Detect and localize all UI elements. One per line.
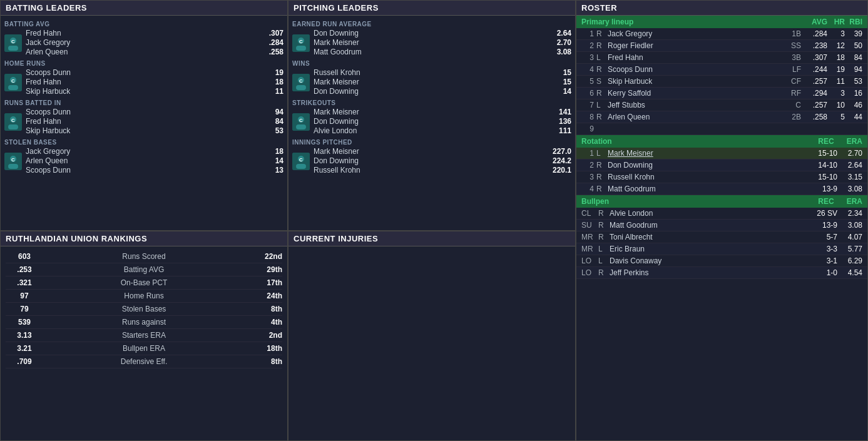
list-item: Fred Hahn18 [26,78,283,87]
ranking-row: 3.21Bullpen ERA18th [6,342,282,355]
player-pos: LF [781,65,801,74]
player-name: Don Downing [314,29,359,38]
leader-entries: Scoops Dunn94Fred Hahn84Skip Harbuck53 [26,108,283,136]
svg-rect-26 [296,124,306,129]
ranking-value: 3.13 [6,331,43,340]
player-hand: R [596,89,608,98]
player-num: 9 [581,124,594,133]
stat-value: 2.70 [546,38,571,47]
stat-value: 18 [258,147,283,156]
table-row: MR R Toni Albrecht 5-7 4.07 [576,231,867,243]
rotation-table: 1 L Mark Meisner 15-10 2.70 2 R Don Down… [576,148,867,195]
pitcher-era: 2.70 [837,149,862,158]
pitching-category: EARNED RUN AVERAGECDon Downing2.64Mark M… [292,21,571,58]
player-name: Jack Gregory [26,38,70,47]
stat-value: 11 [258,87,283,96]
pitching-category: INNINGS PITCHEDCMark Meisner227.0Don Dow… [292,139,571,176]
stat-value: 136 [546,117,571,126]
player-name: Arlen Queen [26,156,68,165]
table-row: 3 L Fred Hahn 3B .307 18 84 [576,52,867,64]
leader-row: CScoops Dunn19Fred Hahn18Skip Harbuck11 [4,68,283,97]
ranking-rank: 22nd [245,252,282,261]
player-hr: 19 [827,65,845,74]
player-avg: .238 [801,41,827,50]
ranking-value: 539 [6,318,43,327]
table-row: 9 [576,123,867,135]
table-row: SU R Matt Goodrum 13-9 3.08 [576,220,867,231]
stat-value: 84 [258,117,283,126]
player-pos: 1B [781,29,801,38]
left-panel: BATTING LEADERS BATTING AVGCFred Hahn.30… [0,0,288,441]
svg-rect-22 [296,85,306,90]
player-avatar: C [4,113,22,131]
player-name: Scoops Dunn [26,108,71,116]
category-label: STRIKEOUTS [292,99,571,106]
svg-rect-14 [8,164,18,169]
bullpen-hand: L [598,256,610,265]
player-hr: 18 [827,53,845,62]
primary-lineup-label: Primary lineup [581,18,633,26]
player-pos: SS [781,41,801,50]
stat-value: 19 [258,68,283,77]
player-name: Don Downing [314,117,359,126]
category-label: EARNED RUN AVERAGE [292,21,571,28]
player-pos: CF [781,77,801,86]
col-avg: AVG [804,18,827,26]
batting-category: HOME RUNSCScoops Dunn19Fred Hahn18Skip H… [4,60,283,97]
player-hand: L [596,101,608,109]
leader-entries: Mark Meisner141Don Downing136Alvie Londo… [314,108,571,136]
player-num: 6 [581,89,594,98]
player-avatar: C [292,34,310,52]
bullpen-rec: 13-9 [803,221,837,230]
player-avg: .244 [801,65,827,74]
bullpen-col-rec: REC [818,197,834,206]
ranking-label: Bullpen ERA [43,344,245,353]
batting-leaders-title: BATTING LEADERS [1,1,287,16]
ranking-row: 3.13Starters ERA2nd [6,329,282,342]
bullpen-col-era: ERA [847,197,862,206]
leader-entries: Russell Krohn15Mark Meisner15Don Downing… [314,68,571,96]
list-item: Matt Goodrum3.08 [314,48,571,57]
category-label: INNINGS PITCHED [292,139,571,146]
bullpen-name: Toni Albrecht [610,233,803,241]
player-num: 4 [581,65,594,74]
leader-row: CDon Downing2.64Mark Meisner2.70Matt Goo… [292,28,571,58]
pitching-leaders-content: EARNED RUN AVERAGECDon Downing2.64Mark M… [288,16,575,181]
ranking-value: 603 [6,252,43,261]
bullpen-rec: 1-0 [803,268,837,277]
list-item: Don Downing14 [314,87,571,96]
leader-row: CMark Meisner141Don Downing136Alvie Lond… [292,107,571,136]
table-row: 3 R Russell Krohn 15-10 3.15 [576,171,867,183]
player-name: Skip Harbuck [26,87,70,96]
table-row: 4 R Scoops Dunn LF .244 19 94 [576,64,867,76]
table-row: 1 R Jack Gregory 1B .284 3 39 [576,28,867,40]
ranking-rank: 8th [245,357,282,366]
leader-entries: Mark Meisner227.0Don Downing224.2Russell… [314,147,571,175]
bullpen-role: LO [581,256,597,265]
ranking-rank: 18th [245,344,282,353]
batting-category: STOLEN BASESCJack Gregory18Arlen Queen14… [4,139,283,176]
player-avatar: C [4,153,22,170]
player-hr: 3 [827,89,845,98]
rankings-section: RUTHLANDIAN UNION RANKINGS 603Runs Score… [0,231,288,441]
player-hr: 3 [827,29,845,38]
player-hand: R [596,29,608,38]
list-item: Mark Meisner141 [314,108,571,117]
player-name: Jack Gregory [608,29,781,38]
ranking-value: .253 [6,265,43,274]
stat-value: 53 [258,126,283,135]
player-pos: 3B [781,53,801,62]
list-item: Don Downing2.64 [314,29,571,38]
ranking-row: 603Runs Scored22nd [6,250,282,263]
player-name: Matt Goodrum [314,48,362,56]
player-hr: 12 [827,41,845,50]
ranking-value: 3.21 [6,344,43,353]
table-row: 1 L Mark Meisner 15-10 2.70 [576,148,867,160]
stat-value: 2.64 [546,29,571,38]
ranking-row: .253Batting AVG29th [6,263,282,276]
player-avg: .294 [801,89,827,98]
primary-lineup-table: 1 R Jack Gregory 1B .284 3 39 2 R Roger … [576,28,867,135]
ranking-row: .321On-Base PCT17th [6,276,282,290]
bullpen-role: MR [581,245,597,253]
primary-lineup-header: Primary lineup AVG HR RBI [576,16,867,28]
